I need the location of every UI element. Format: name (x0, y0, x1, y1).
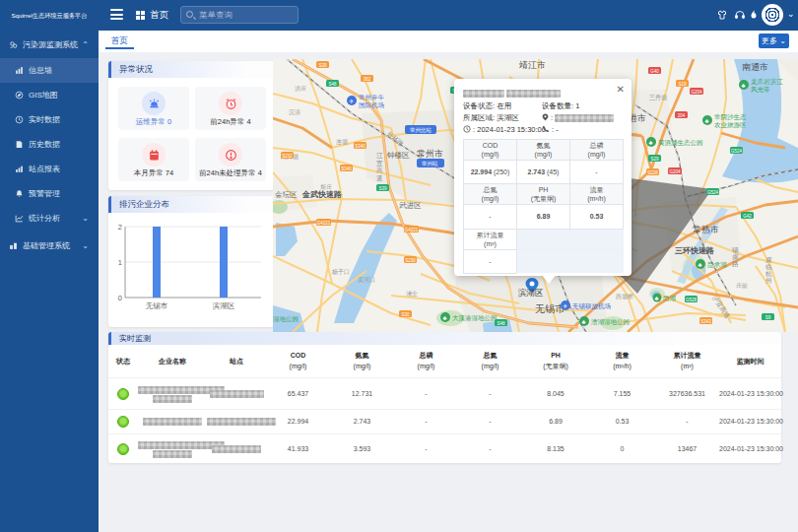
svg-text:靖江市: 靖江市 (518, 60, 546, 70)
svg-text:洪庄: 洪庄 (295, 85, 306, 92)
svg-text:无锡硕放机场: 无锡硕放机场 (572, 302, 611, 310)
svg-text:尚湖: 尚湖 (663, 295, 677, 302)
svg-text:✈: ✈ (563, 303, 567, 309)
svg-text:黄河口: 黄河口 (358, 277, 375, 284)
svg-text:S48: S48 (497, 321, 505, 326)
svg-text:湿地公园: 湿地公园 (273, 315, 299, 322)
svg-text:钟楼区: 钟楼区 (386, 151, 410, 160)
svg-text:南通市: 南通市 (742, 62, 768, 72)
svg-text:S340: S340 (355, 144, 366, 149)
svg-text:S19: S19 (678, 82, 687, 87)
svg-text:204: 204 (678, 113, 686, 118)
svg-text:♣: ♣ (582, 319, 586, 325)
svg-text:362: 362 (364, 77, 371, 82)
svg-text:♣: ♣ (655, 296, 659, 301)
svg-text:✈: ✈ (349, 99, 354, 104)
svg-text:金坛区: 金坛区 (275, 190, 298, 199)
svg-text:S39: S39 (318, 63, 327, 68)
svg-text:杨子口: 杨子口 (331, 268, 350, 276)
svg-text:虞临杭州: 虞临杭州 (765, 256, 772, 284)
svg-text:沉渎: 沉渎 (289, 109, 300, 115)
svg-text:常熟市: 常熟市 (693, 225, 719, 234)
svg-text:G42: G42 (743, 214, 752, 219)
svg-text:♣: ♣ (649, 140, 653, 146)
svg-text:0: 0 (118, 294, 122, 302)
svg-text:2: 2 (118, 223, 122, 232)
svg-text:G40: G40 (650, 69, 659, 74)
svg-text:♣: ♣ (443, 315, 447, 321)
svg-text:三丹塘: 三丹塘 (649, 94, 667, 101)
svg-text:风光带: 风光带 (751, 86, 770, 94)
svg-text:常州奔牛: 常州奔牛 (359, 94, 385, 100)
svg-text:国际机场: 国际机场 (359, 101, 384, 109)
svg-text:G204: G204 (669, 169, 681, 174)
svg-text:大溪港湿地公园: 大溪港湿地公园 (452, 314, 498, 322)
svg-text:昆承湖: 昆承湖 (707, 261, 727, 269)
svg-text:S228: S228 (647, 170, 658, 175)
svg-text:常阴沙生态: 常阴沙生态 (714, 113, 747, 121)
svg-text:江宜高速: 江宜高速 (376, 152, 383, 181)
svg-text:S48: S48 (328, 82, 337, 87)
svg-text:S9: S9 (765, 315, 771, 320)
svg-text:漕湖湿地公园: 漕湖湿地公园 (591, 318, 630, 326)
svg-text:G528: G528 (686, 298, 698, 302)
svg-text:G4221: G4221 (317, 221, 331, 226)
svg-text:♣: ♣ (698, 262, 702, 268)
svg-text:常州市: 常州市 (417, 149, 443, 159)
svg-text:无锡市: 无锡市 (146, 301, 168, 310)
svg-text:G524: G524 (707, 190, 719, 195)
svg-text:三环快速路: 三环快速路 (675, 246, 714, 255)
svg-text:渚全: 渚全 (406, 291, 418, 298)
svg-text:G524: G524 (731, 149, 743, 154)
svg-text:S343: S343 (700, 319, 711, 324)
svg-text:S39: S39 (378, 186, 387, 191)
svg-text:S230: S230 (405, 258, 416, 263)
svg-text:G204: G204 (691, 90, 702, 95)
svg-text:常州北站: 常州北站 (410, 127, 432, 134)
svg-text:金武快速路: 金武快速路 (301, 190, 342, 199)
svg-text:滨湖区: 滨湖区 (213, 301, 235, 310)
svg-text:♣: ♣ (742, 83, 746, 89)
svg-text:西塘桥: 西塘桥 (616, 293, 633, 300)
svg-text:常州站: 常州站 (422, 161, 438, 166)
svg-text:滨湖区: 滨湖区 (518, 288, 544, 298)
svg-text:锡虞路: 锡虞路 (731, 246, 739, 268)
svg-text:武进区: 武进区 (399, 201, 422, 210)
svg-text:黄泗浦生态公园: 黄泗浦生态公园 (658, 139, 703, 147)
svg-text:S30: S30 (401, 312, 410, 317)
svg-text:斯庄: 斯庄 (320, 183, 332, 190)
svg-text:S232: S232 (282, 154, 293, 159)
svg-text:龙爪岩滨江: 龙爪岩滨江 (751, 78, 783, 86)
svg-text:庄前: 庄前 (736, 282, 748, 289)
svg-text:♣: ♣ (705, 118, 709, 124)
svg-text:连塘: 连塘 (336, 138, 348, 146)
svg-text:农业旅游区: 农业旅游区 (713, 121, 747, 129)
svg-text:1: 1 (118, 258, 122, 267)
svg-text:G4221: G4221 (405, 228, 419, 233)
svg-text:S340: S340 (341, 166, 352, 171)
svg-text:S29: S29 (650, 157, 659, 162)
